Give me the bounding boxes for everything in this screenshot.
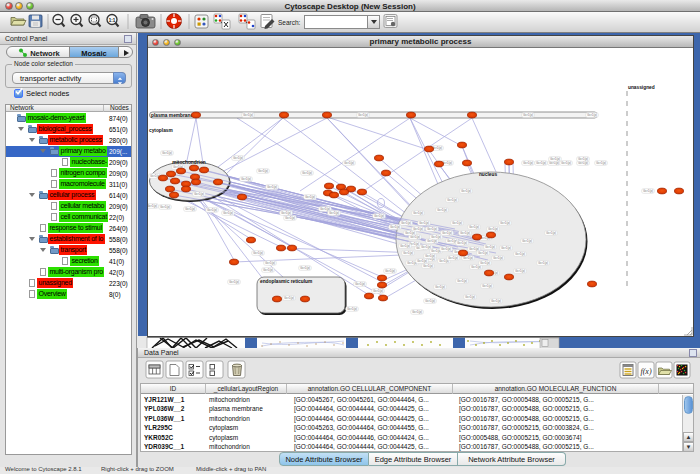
svg-text:Gcr1(p): Gcr1(p)	[522, 239, 532, 243]
svg-text:Gcr1(p): Gcr1(p)	[400, 244, 410, 248]
svg-text:Gcr1(p): Gcr1(p)	[549, 161, 559, 165]
svg-text:Gcr1(p): Gcr1(p)	[482, 284, 492, 288]
svg-text:Gcr1(p): Gcr1(p)	[431, 235, 441, 239]
svg-text:Gcr1(p): Gcr1(p)	[374, 214, 384, 218]
svg-text:Gcr1(p): Gcr1(p)	[302, 171, 312, 175]
svg-text:cytoplasm: cytoplasm	[149, 128, 173, 133]
svg-text:Gcr1(p): Gcr1(p)	[643, 189, 653, 193]
svg-text:Gcr1(p): Gcr1(p)	[355, 282, 365, 286]
svg-text:Gcr1(p): Gcr1(p)	[463, 256, 473, 260]
svg-text:Gcr1(p): Gcr1(p)	[546, 231, 556, 235]
svg-text:Gcr1(p): Gcr1(p)	[284, 296, 294, 300]
svg-text:unassigned: unassigned	[628, 85, 655, 90]
svg-text:Gcr1(p): Gcr1(p)	[538, 261, 548, 265]
svg-text:Gcr1(p): Gcr1(p)	[501, 246, 511, 250]
svg-text:Gcr1(p): Gcr1(p)	[523, 113, 533, 117]
svg-text:Gcr1(p): Gcr1(p)	[493, 256, 503, 260]
svg-text:Gcr1(p): Gcr1(p)	[587, 113, 597, 117]
svg-text:Gcr1(p): Gcr1(p)	[578, 157, 588, 161]
svg-text:Gcr1(p): Gcr1(p)	[267, 185, 277, 189]
svg-text:Gcr1(p): Gcr1(p)	[417, 259, 427, 263]
svg-text:Gcr1(p): Gcr1(p)	[427, 239, 437, 243]
svg-text:Gcr1(p): Gcr1(p)	[419, 221, 429, 225]
svg-text:Gcr1(p): Gcr1(p)	[491, 299, 501, 303]
svg-text:Gcr1(p): Gcr1(p)	[403, 251, 413, 255]
svg-text:Gcr1(p): Gcr1(p)	[405, 231, 415, 235]
svg-text:1:1: 1:1	[109, 18, 116, 23]
svg-text:mitochondrion: mitochondrion	[172, 160, 206, 165]
svg-text:Gcr1(p): Gcr1(p)	[285, 216, 295, 220]
svg-text:Gcr1(p): Gcr1(p)	[185, 207, 195, 211]
svg-text:Gcr1(p): Gcr1(p)	[385, 269, 395, 273]
svg-text:Gcr1(p): Gcr1(p)	[536, 161, 546, 165]
svg-text:Gcr1(p): Gcr1(p)	[243, 113, 253, 117]
svg-text:Gcr1(p): Gcr1(p)	[485, 245, 495, 249]
svg-text:Gcr1(p): Gcr1(p)	[233, 156, 243, 160]
svg-text:Gcr1(p): Gcr1(p)	[469, 225, 479, 229]
svg-text:plasma membrane: plasma membrane	[151, 113, 193, 118]
svg-text:Gcr1(p): Gcr1(p)	[515, 269, 525, 273]
svg-text:Gcr1(p): Gcr1(p)	[281, 211, 291, 215]
svg-text:Gcr1(p): Gcr1(p)	[457, 279, 467, 283]
svg-text:Gcr1(p): Gcr1(p)	[390, 225, 400, 229]
svg-text:Gcr1(p): Gcr1(p)	[194, 192, 204, 196]
svg-text:Gcr1(p): Gcr1(p)	[265, 261, 275, 265]
svg-text:Gcr1(p): Gcr1(p)	[253, 251, 263, 255]
svg-text:Gcr1(p): Gcr1(p)	[437, 208, 447, 212]
svg-text:Gcr1(p): Gcr1(p)	[329, 211, 339, 215]
svg-text:Gcr1(p): Gcr1(p)	[425, 254, 435, 258]
svg-text:Gcr1(p): Gcr1(p)	[457, 241, 467, 245]
svg-text:Gcr1(p): Gcr1(p)	[344, 161, 354, 165]
svg-text:Gcr1(p): Gcr1(p)	[441, 247, 451, 251]
svg-text:Gcr1(p): Gcr1(p)	[207, 208, 217, 212]
svg-text:Gcr1(p): Gcr1(p)	[488, 227, 498, 231]
svg-text:Gcr1(p): Gcr1(p)	[401, 221, 411, 225]
svg-text:Gcr1(p): Gcr1(p)	[410, 235, 420, 239]
svg-text:Gcr1(p): Gcr1(p)	[421, 245, 431, 249]
svg-text:Gcr1(p): Gcr1(p)	[373, 289, 383, 293]
svg-text:Gcr1(p): Gcr1(p)	[465, 295, 475, 299]
svg-text:Gcr1(p): Gcr1(p)	[596, 161, 606, 165]
svg-text:Gcr1(p): Gcr1(p)	[515, 252, 525, 256]
svg-text:Gcr1(p): Gcr1(p)	[427, 227, 437, 231]
svg-text:endoplasmic reticulum: endoplasmic reticulum	[260, 279, 312, 284]
svg-text:nucleus: nucleus	[479, 172, 497, 177]
svg-text:Gcr1(p): Gcr1(p)	[223, 211, 233, 215]
svg-text:Gcr1(p): Gcr1(p)	[241, 177, 251, 181]
svg-text:Gcr1(p): Gcr1(p)	[447, 198, 457, 202]
svg-text:Gcr1(p): Gcr1(p)	[162, 151, 172, 155]
svg-text:Gcr1(p): Gcr1(p)	[358, 113, 368, 117]
svg-text:Gcr1(p): Gcr1(p)	[160, 205, 170, 209]
svg-text:Gcr1(p): Gcr1(p)	[550, 157, 560, 161]
svg-text:Gcr1(p): Gcr1(p)	[423, 264, 433, 268]
svg-text:Gcr1(p): Gcr1(p)	[478, 251, 488, 255]
svg-text:Gcr1(p): Gcr1(p)	[148, 204, 157, 208]
svg-text:Gcr1(p): Gcr1(p)	[305, 195, 315, 199]
svg-text:f(x): f(x)	[640, 367, 651, 376]
svg-text:Gcr1(p): Gcr1(p)	[347, 307, 357, 311]
svg-text:Gcr1(p): Gcr1(p)	[523, 161, 533, 165]
svg-text:Gcr1(p): Gcr1(p)	[461, 189, 471, 193]
svg-text:Gcr1(p): Gcr1(p)	[412, 310, 422, 314]
svg-text:Gcr1(p): Gcr1(p)	[263, 268, 273, 272]
svg-text:Gcr1(p): Gcr1(p)	[480, 261, 490, 265]
svg-text:Gcr1(p): Gcr1(p)	[258, 169, 268, 173]
svg-text:Gcr1(p): Gcr1(p)	[460, 231, 470, 235]
svg-text:Gcr1(p): Gcr1(p)	[471, 265, 481, 269]
svg-text:Gcr1(p): Gcr1(p)	[452, 221, 462, 225]
svg-text:Gcr1(p): Gcr1(p)	[561, 161, 571, 165]
svg-text:Gcr1(p): Gcr1(p)	[442, 231, 452, 235]
svg-text:Gcr1(p): Gcr1(p)	[435, 285, 445, 289]
svg-text:Gcr1(p): Gcr1(p)	[448, 256, 458, 260]
svg-text:Gcr1(p): Gcr1(p)	[413, 211, 423, 215]
svg-text:Gcr1(p): Gcr1(p)	[300, 266, 310, 270]
svg-text:Gcr1(p): Gcr1(p)	[425, 299, 435, 303]
svg-text:Gcr1(p): Gcr1(p)	[229, 280, 239, 284]
svg-text:Gcr1(p): Gcr1(p)	[578, 161, 588, 165]
svg-text:Gcr1(p): Gcr1(p)	[500, 221, 510, 225]
